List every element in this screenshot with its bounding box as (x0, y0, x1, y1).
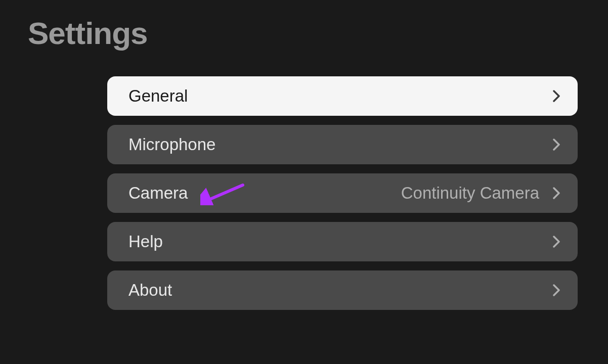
menu-item-value: Continuity Camera (401, 184, 539, 203)
menu-item-camera[interactable]: Camera Continuity Camera (107, 173, 578, 213)
menu-item-label: Help (128, 232, 163, 251)
settings-menu: General Microphone Camera Continuity Cam… (107, 76, 578, 310)
page-title: Settings (0, 0, 608, 51)
chevron-right-icon (551, 88, 561, 104)
menu-item-about[interactable]: About (107, 270, 578, 310)
chevron-right-icon (551, 282, 561, 298)
menu-item-right (551, 282, 561, 298)
chevron-right-icon (551, 185, 561, 201)
menu-item-label: Camera (128, 184, 188, 203)
menu-item-right (551, 136, 561, 153)
menu-item-right (551, 88, 561, 104)
menu-item-label: General (128, 86, 188, 106)
menu-item-label: Microphone (128, 135, 215, 154)
menu-item-help[interactable]: Help (107, 222, 578, 261)
menu-item-right (551, 234, 561, 250)
menu-item-general[interactable]: General (107, 76, 578, 116)
menu-item-microphone[interactable]: Microphone (107, 125, 578, 164)
chevron-right-icon (551, 136, 561, 153)
menu-item-right: Continuity Camera (401, 184, 561, 203)
chevron-right-icon (551, 234, 561, 250)
menu-item-label: About (128, 281, 172, 300)
